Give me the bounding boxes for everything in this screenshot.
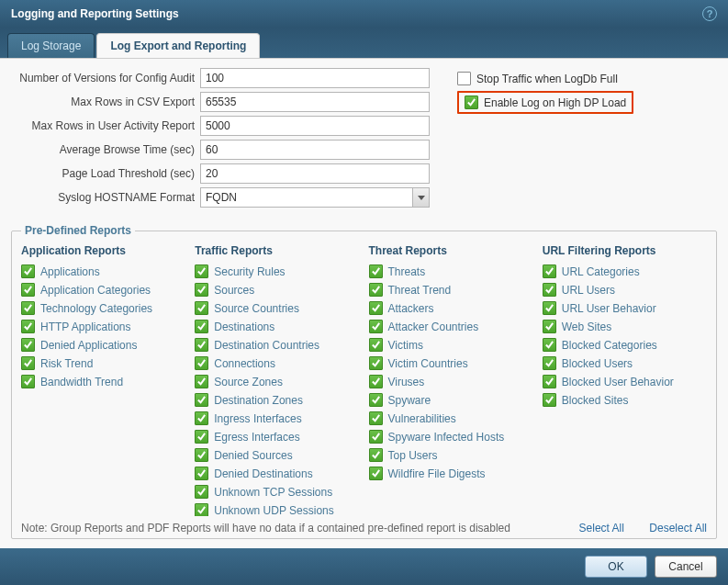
report-item[interactable]: Destinations — [195, 318, 359, 335]
report-item[interactable]: Ingress Interfaces — [195, 410, 359, 427]
ok-button[interactable]: OK — [585, 556, 647, 578]
report-col-url: URL Filtering ReportsURL CategoriesURL U… — [543, 242, 707, 516]
report-item[interactable]: HTTP Applications — [21, 318, 185, 335]
report-item-label: Attacker Countries — [388, 321, 479, 333]
checkbox-icon — [195, 411, 208, 425]
report-item-label: Denied Applications — [40, 339, 137, 352]
cancel-button[interactable]: Cancel — [655, 556, 717, 578]
tab-log-storage[interactable]: Log Storage — [7, 33, 95, 58]
checkbox-icon — [369, 356, 383, 370]
checkbox-icon — [21, 264, 35, 278]
select-all-link[interactable]: Select All — [579, 522, 624, 534]
checkbox-icon — [21, 320, 35, 333]
report-item-label: Source Zones — [214, 376, 283, 388]
report-item-label: Denied Destinations — [214, 467, 312, 480]
report-item-label: Threats — [388, 265, 426, 278]
chevron-down-icon — [412, 188, 429, 207]
report-item-label: Top Users — [388, 449, 438, 462]
predefined-reports-legend: Pre-Defined Reports — [21, 224, 135, 237]
checkbox-icon — [543, 301, 556, 315]
checkbox-icon — [195, 301, 208, 315]
checkbox-stop-traffic[interactable]: Stop Traffic when LogDb Full — [457, 70, 633, 87]
report-item[interactable]: Sources — [195, 281, 359, 298]
report-item-label: HTTP Applications — [40, 321, 131, 333]
report-item[interactable]: Destination Zones — [195, 391, 359, 409]
report-item[interactable]: Security Rules — [195, 263, 359, 280]
checkbox-icon — [369, 448, 383, 462]
report-item[interactable]: Top Users — [369, 446, 533, 464]
label-browse: Average Browse Time (sec) — [11, 143, 195, 156]
report-item[interactable]: Web Sites — [543, 318, 707, 335]
report-item[interactable]: Application Categories — [21, 281, 185, 298]
checkbox-icon — [369, 430, 383, 444]
report-item[interactable]: Denied Destinations — [195, 465, 359, 482]
report-item[interactable]: Applications — [21, 263, 185, 280]
report-item-label: Victims — [388, 339, 423, 352]
input-pageload[interactable] — [200, 163, 430, 184]
checkbox-icon — [195, 283, 208, 297]
report-item-label: Denied Sources — [214, 449, 292, 462]
report-item[interactable]: URL Categories — [543, 263, 707, 280]
report-item-label: Application Categories — [40, 284, 151, 297]
report-item[interactable]: Risk Trend — [21, 354, 185, 372]
report-item[interactable]: Attackers — [369, 299, 533, 317]
report-item[interactable]: Denied Sources — [195, 446, 359, 464]
report-item[interactable]: Spyware Infected Hosts — [369, 428, 533, 445]
report-item[interactable]: Vulnerabilities — [369, 410, 533, 427]
input-csv[interactable] — [200, 92, 430, 112]
report-item[interactable]: Victim Countries — [369, 354, 533, 372]
checkbox-icon — [195, 485, 208, 499]
report-item-label: Risk Trend — [40, 357, 93, 370]
deselect-all-link[interactable]: Deselect All — [649, 522, 707, 534]
report-item[interactable]: Destination Countries — [195, 336, 359, 354]
report-item[interactable]: Threats — [369, 263, 533, 280]
checkbox-icon — [369, 375, 383, 388]
report-item[interactable]: Egress Interfaces — [195, 428, 359, 445]
report-item[interactable]: Technology Categories — [21, 299, 185, 317]
checkbox-icon — [369, 283, 383, 297]
report-item-label: Vulnerabilities — [388, 412, 456, 425]
checkbox-icon — [369, 320, 383, 333]
checkbox-icon — [465, 96, 478, 109]
report-item[interactable]: Wildfire File Digests — [369, 465, 533, 482]
report-item-label: Destination Countries — [214, 339, 319, 352]
report-item[interactable]: Blocked Sites — [543, 391, 707, 409]
report-item[interactable]: URL User Behavior — [543, 299, 707, 317]
settings-dialog: Logging and Reporting Settings ? Log Sto… — [0, 0, 728, 585]
checkbox-icon — [369, 301, 383, 315]
checkbox-icon — [195, 393, 208, 407]
report-item[interactable]: Spyware — [369, 391, 533, 409]
report-item[interactable]: Blocked Users — [543, 354, 707, 372]
tab-log-export-reporting[interactable]: Log Export and Reporting — [96, 33, 260, 58]
checkbox-enable-highdp-label: Enable Log on High DP Load — [484, 96, 626, 109]
checkbox-icon — [369, 393, 383, 407]
report-item[interactable]: Victims — [369, 336, 533, 354]
input-browse[interactable] — [200, 140, 430, 160]
titlebar: Logging and Reporting Settings ? — [0, 0, 728, 28]
report-item[interactable]: Source Countries — [195, 299, 359, 317]
checkbox-enable-highdp[interactable]: Enable Log on High DP Load — [457, 91, 633, 114]
report-item[interactable]: Viruses — [369, 373, 533, 390]
checkbox-icon — [543, 283, 556, 297]
input-activity[interactable] — [200, 116, 430, 136]
report-item[interactable]: Blocked Categories — [543, 336, 707, 354]
report-item[interactable]: URL Users — [543, 281, 707, 298]
report-item-label: Connections — [214, 357, 275, 370]
select-syslog[interactable]: FQDN — [200, 187, 430, 208]
report-item[interactable]: Blocked User Behavior — [543, 373, 707, 390]
report-item[interactable]: Bandwidth Trend — [21, 373, 185, 390]
report-item-label: Viruses — [388, 376, 425, 388]
report-item[interactable]: Threat Trend — [369, 281, 533, 298]
report-item[interactable]: Source Zones — [195, 373, 359, 390]
checkbox-icon — [457, 72, 471, 85]
report-item[interactable]: Unknown UDP Sessions — [195, 501, 359, 516]
report-item-label: Bandwidth Trend — [40, 376, 123, 388]
report-item[interactable]: Denied Applications — [21, 336, 185, 354]
input-versions[interactable] — [200, 68, 430, 88]
report-item[interactable]: Unknown TCP Sessions — [195, 483, 359, 501]
report-item[interactable]: Connections — [195, 354, 359, 372]
help-icon[interactable]: ? — [702, 6, 717, 21]
checkbox-icon — [195, 375, 208, 388]
checkbox-icon — [195, 448, 208, 462]
report-item[interactable]: Attacker Countries — [369, 318, 533, 335]
